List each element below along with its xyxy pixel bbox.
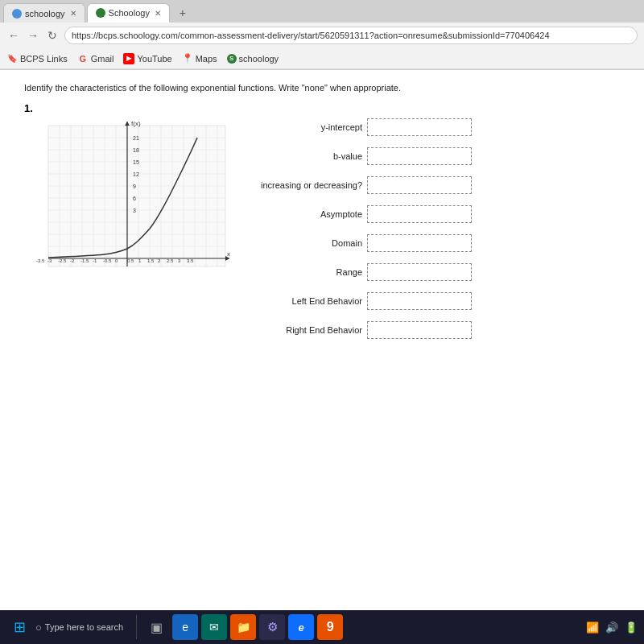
graph-section: 1.: [24, 102, 233, 350]
input-yintercept[interactable]: [367, 118, 472, 136]
bookmark-maps-label: Maps: [196, 54, 217, 64]
graph-wrapper: 21 18 15 12 9 6 3 -3.5 -3 -2.5 -2 -1.5 -…: [24, 118, 233, 287]
schoology-icon: S: [227, 54, 237, 64]
label-bvalue: b-value: [250, 151, 362, 161]
input-increasing[interactable]: [367, 176, 472, 194]
label-range: Range: [250, 267, 362, 277]
search-icon: ○: [35, 621, 42, 634]
tab-schoology-2[interactable]: Schoology ✕: [87, 3, 170, 23]
windows-start-button[interactable]: ⊞: [6, 614, 32, 640]
task-view-button[interactable]: ▣: [143, 614, 169, 640]
input-domain[interactable]: [367, 234, 472, 252]
tab-icon-2: [96, 8, 105, 18]
nav-reload-button[interactable]: ↻: [45, 28, 60, 43]
taskbar-settings-icon[interactable]: ⚙: [259, 614, 285, 640]
taskbar-browser-icon[interactable]: e: [172, 614, 198, 640]
input-right-end[interactable]: [367, 321, 472, 339]
svg-text:6: 6: [133, 196, 136, 201]
taskbar-folder-icon[interactable]: 📁: [230, 614, 256, 640]
field-row-increasing: increasing or decreasing?: [250, 176, 620, 194]
gmail-icon: G: [77, 53, 89, 64]
bookmarks-bar: 🔖 BCPS Links G Gmail ▶ YouTube 📍 Maps S …: [0, 48, 644, 69]
bookmark-youtube[interactable]: ▶ YouTube: [123, 53, 171, 64]
taskbar-edge-icon[interactable]: e: [288, 614, 314, 640]
taskbar-search-area[interactable]: ○ Type here to search: [35, 621, 123, 634]
field-row-bvalue: b-value: [250, 147, 620, 165]
label-yintercept: y-intercept: [250, 122, 362, 132]
nav-forward-button[interactable]: →: [26, 28, 40, 43]
bookmark-youtube-label: YouTube: [137, 54, 171, 64]
label-increasing: increasing or decreasing?: [250, 180, 362, 190]
edge-icon: e: [298, 621, 303, 634]
bookmark-maps[interactable]: 📍 Maps: [182, 53, 217, 64]
main-content: Identify the characteristics of the foll…: [0, 70, 644, 611]
instruction-text: Identify the characteristics of the foll…: [24, 83, 620, 93]
svg-text:12: 12: [133, 171, 139, 177]
svg-text:0.5: 0.5: [127, 258, 134, 263]
youtube-icon: ▶: [123, 53, 134, 64]
bookmark-gmail-label: Gmail: [91, 54, 114, 64]
browser-icon: e: [182, 621, 188, 634]
svg-text:1.5: 1.5: [147, 258, 155, 263]
taskbar-mail-icon[interactable]: ✉: [201, 614, 227, 640]
windows-icon: ⊞: [14, 618, 26, 636]
svg-text:21: 21: [133, 135, 139, 141]
bookmark-schoology[interactable]: S schoology: [227, 54, 279, 64]
tab-schoology-1[interactable]: schoology ✕: [3, 3, 85, 23]
nav-back-button[interactable]: ←: [6, 28, 21, 43]
task-view-icon: ▣: [151, 620, 163, 635]
input-asymptote[interactable]: [367, 205, 472, 223]
svg-text:x: x: [227, 250, 230, 258]
taskbar-right: 📶 🔊 🔋: [586, 621, 638, 634]
question-container: 1.: [24, 102, 620, 350]
svg-text:2.5: 2.5: [167, 258, 174, 263]
svg-text:-2: -2: [70, 258, 75, 263]
mail-icon: ✉: [209, 621, 219, 634]
tab-bar: schoology ✕ Schoology ✕ +: [0, 0, 644, 23]
field-row-right-end: Right End Behavior: [250, 321, 620, 339]
bookmark-bcps-label: BCPS Links: [20, 54, 68, 64]
bookmark-gmail[interactable]: G Gmail: [77, 53, 114, 64]
bcps-links-icon: 🔖: [6, 53, 18, 64]
input-bvalue[interactable]: [367, 147, 472, 165]
input-left-end[interactable]: [367, 292, 472, 310]
maps-icon: 📍: [182, 53, 193, 64]
label-domain: Domain: [250, 238, 362, 248]
tab-close-2[interactable]: ✕: [155, 9, 161, 18]
bookmark-schoology-label: schoology: [239, 54, 279, 64]
tab-label-1: schoology: [25, 9, 65, 19]
fields-section: y-intercept b-value increasing or decrea…: [250, 102, 620, 350]
svg-text:f(x): f(x): [131, 120, 141, 127]
taskbar-divider: [136, 615, 137, 639]
svg-marker-30: [125, 122, 130, 126]
svg-text:-3: -3: [47, 258, 52, 263]
speaker-icon: 🔊: [605, 621, 618, 634]
tab-close-1[interactable]: ✕: [70, 9, 76, 18]
bookmark-bcps-links[interactable]: 🔖 BCPS Links: [6, 53, 68, 64]
network-icon: 📶: [586, 621, 599, 634]
svg-text:-1.5: -1.5: [80, 258, 89, 263]
label-asymptote: Asymptote: [250, 209, 362, 219]
svg-text:18: 18: [133, 147, 139, 153]
svg-text:3: 3: [133, 208, 136, 213]
new-tab-button[interactable]: +: [175, 5, 191, 21]
question-number: 1.: [24, 102, 233, 114]
svg-text:9: 9: [133, 184, 136, 189]
field-row-asymptote: Asymptote: [250, 205, 620, 223]
svg-text:-2.5: -2.5: [58, 258, 67, 263]
label-left-end: Left End Behavior: [250, 296, 362, 306]
address-input[interactable]: [64, 27, 638, 44]
field-row-left-end: Left End Behavior: [250, 292, 620, 310]
tab-icon-1: [12, 9, 22, 19]
search-label: Type here to search: [45, 622, 123, 632]
taskbar: ⊞ ○ Type here to search ▣ e ✉ 📁 ⚙ e 9 📶 …: [0, 610, 644, 644]
browser-chrome: schoology ✕ Schoology ✕ + ← → ↻ 🔖 BCPS L…: [0, 0, 644, 70]
tab-label-2: Schoology: [109, 8, 150, 18]
address-bar-row: ← → ↻: [0, 23, 644, 48]
field-row-domain: Domain: [250, 234, 620, 252]
svg-text:15: 15: [133, 159, 139, 165]
graph-svg: 21 18 15 12 9 6 3 -3.5 -3 -2.5 -2 -1.5 -…: [24, 118, 233, 287]
taskbar-number9-icon[interactable]: 9: [317, 614, 343, 640]
input-range[interactable]: [367, 263, 472, 281]
svg-text:-0.5: -0.5: [103, 258, 112, 263]
